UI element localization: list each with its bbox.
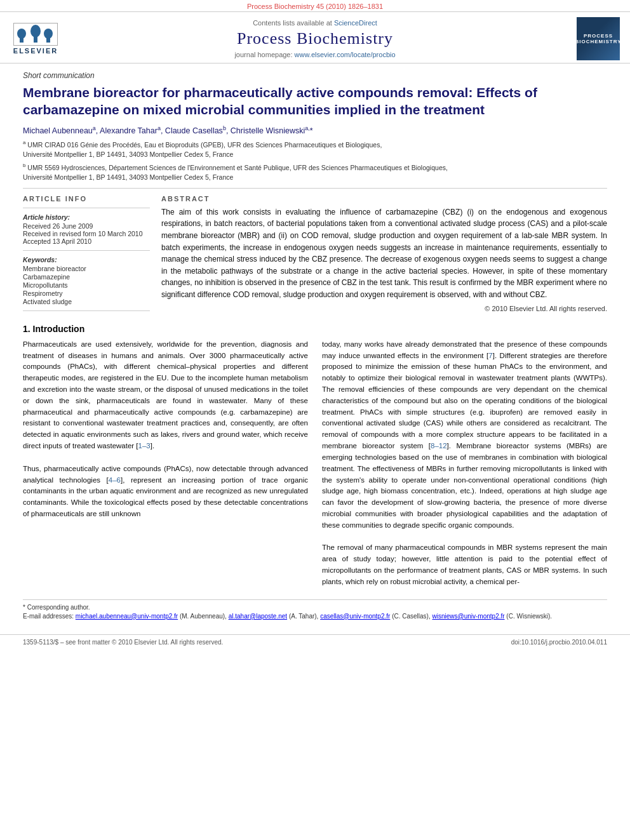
- keyword-3: Micropollutants: [23, 281, 150, 289]
- sciencedirect-link[interactable]: ScienceDirect: [334, 19, 377, 27]
- footnote-area: * Corresponding author. E-mail addresses…: [23, 599, 607, 620]
- keyword-5: Activated sludge: [23, 298, 150, 305]
- homepage-url[interactable]: www.elsevier.com/locate/procbio: [295, 51, 396, 58]
- logo-line2: BIOCHEMISTRY: [575, 39, 621, 44]
- email-tahar[interactable]: al.tahar@laposte.net: [229, 613, 287, 620]
- homepage-line: journal homepage: www.elsevier.com/locat…: [61, 51, 569, 58]
- intro-left-col: Pharmaceuticals are used extensively, wo…: [23, 339, 308, 588]
- svg-point-1: [17, 29, 26, 39]
- intro-para-2: Thus, pharmaceutically active compounds …: [23, 463, 308, 520]
- intro-section: 1. Introduction Pharmaceuticals are used…: [23, 324, 607, 588]
- received-date: Received 26 June 2009: [23, 222, 150, 230]
- journal-logo-box: PROCESS BIOCHEMISTRY: [577, 17, 620, 60]
- intro-right-col: today, many works have already demonstra…: [322, 339, 607, 588]
- intro-heading: 1. Introduction: [23, 324, 607, 334]
- journal-title: Process Biochemistry: [61, 29, 569, 48]
- divider-1: [23, 188, 607, 189]
- keywords-section: Keywords: Membrane bioreactor Carbamazep…: [23, 256, 150, 305]
- email-label: E-mail addresses:: [23, 613, 74, 620]
- contents-line: Contents lists available at ScienceDirec…: [61, 19, 569, 27]
- doi-line: doi:10.1016/j.procbio.2010.04.011: [511, 639, 607, 646]
- footnote-corresponding: * Corresponding author.: [23, 604, 607, 611]
- journal-logo-right: PROCESS BIOCHEMISTRY: [569, 17, 620, 60]
- divider-kw: [23, 250, 150, 251]
- banner-text: Process Biochemistry 45 (2010) 1826–1831: [247, 3, 383, 10]
- authors-text: Michael Aubenneaua, Alexandre Tahara, Cl…: [23, 126, 313, 135]
- divider-info: [23, 208, 150, 208]
- elsevier-label: ELSEVIER: [13, 47, 58, 55]
- revised-date: Received in revised form 10 March 2010: [23, 230, 150, 237]
- history-label: Article history:: [23, 213, 150, 221]
- journal-header: ELSEVIER Contents lists available at Sci…: [0, 12, 630, 63]
- svg-point-5: [44, 29, 53, 39]
- keyword-4: Respirometry: [23, 290, 150, 297]
- affiliation-a: a UMR CIRAD 016 Génie des Procédés, Eau …: [23, 139, 607, 160]
- elsevier-logo-image: [13, 23, 58, 46]
- article-info-col: ARTICLE INFO Article history: Received 2…: [23, 195, 150, 316]
- email-wisniewski[interactable]: wisniews@univ-montp2.fr: [432, 613, 505, 620]
- abstract-label: ABSTRACT: [161, 195, 607, 203]
- divider-kw-end: [23, 310, 150, 311]
- journal-banner: Process Biochemistry 45 (2010) 1826–1831: [0, 0, 630, 12]
- email-casellas[interactable]: casellas@univ-montp2.fr: [320, 613, 390, 620]
- contents-text: Contents lists available at: [253, 19, 332, 27]
- homepage-label: journal homepage:: [234, 51, 292, 58]
- logo-line1: PROCESS: [584, 33, 613, 39]
- intro-para-4: The removal of many pharmaceutical compo…: [322, 542, 607, 587]
- keyword-1: Membrane bioreactor: [23, 265, 150, 272]
- article-authors: Michael Aubenneaua, Alexandre Tahara, Cl…: [23, 125, 607, 135]
- accepted-date: Accepted 13 April 2010: [23, 237, 150, 245]
- affiliations: a UMR CIRAD 016 Génie des Procédés, Eau …: [23, 139, 607, 183]
- abstract-col: ABSTRACT The aim of this work consists i…: [161, 195, 607, 316]
- elsevier-logo: ELSEVIER: [10, 23, 61, 55]
- issn-line: 1359-5113/$ – see front matter © 2010 El…: [23, 639, 223, 646]
- abstract-text: The aim of this work consists in evaluat…: [161, 206, 607, 301]
- article-info-label: ARTICLE INFO: [23, 195, 150, 203]
- svg-point-3: [30, 25, 41, 37]
- email-values: michael.aubenneau@univ-montp2.fr (M. Aub…: [76, 613, 552, 620]
- copyright-line: © 2010 Elsevier Ltd. All rights reserved…: [161, 305, 607, 312]
- bottom-bar: 1359-5113/$ – see front matter © 2010 El…: [0, 634, 630, 650]
- article-history: Article history: Received 26 June 2009 R…: [23, 213, 150, 245]
- article-body: Short communication Membrane bioreactor …: [0, 63, 630, 629]
- footnote-emails: E-mail addresses: michael.aubenneau@univ…: [23, 613, 607, 620]
- article-info-abstract: ARTICLE INFO Article history: Received 2…: [23, 195, 607, 316]
- keywords-label: Keywords:: [23, 256, 150, 263]
- email-aubenneau[interactable]: michael.aubenneau@univ-montp2.fr: [76, 613, 178, 620]
- article-title: Membrane bioreactor for pharmaceutically…: [23, 84, 607, 119]
- article-section-label: Short communication: [23, 71, 607, 80]
- journal-header-center: Contents lists available at ScienceDirec…: [61, 19, 569, 58]
- affiliation-b: b UMR 5569 Hydrosciences, Département Sc…: [23, 162, 607, 183]
- intro-body: Pharmaceuticals are used extensively, wo…: [23, 339, 607, 588]
- intro-para-1: Pharmaceuticals are used extensively, wo…: [23, 339, 308, 452]
- intro-para-3: today, many works have already demonstra…: [322, 339, 607, 531]
- keyword-2: Carbamazepine: [23, 273, 150, 281]
